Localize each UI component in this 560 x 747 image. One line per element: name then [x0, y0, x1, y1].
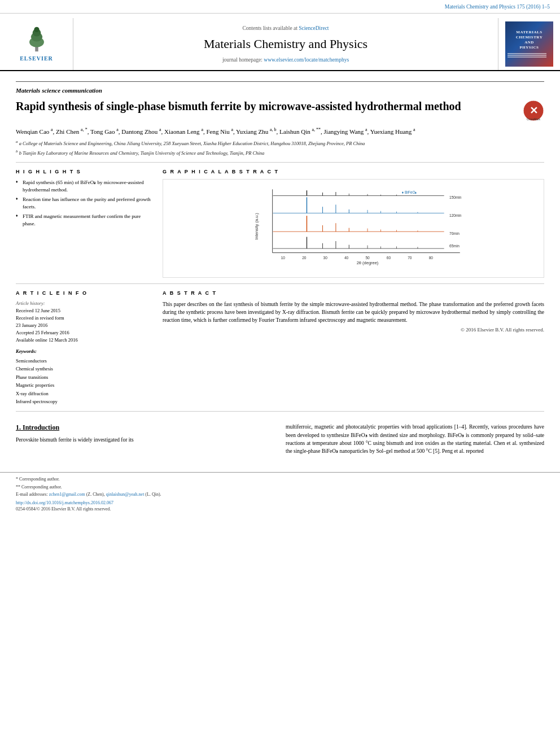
svg-text:10: 10 [281, 256, 286, 260]
received-date: Received 12 June 2015 [16, 308, 151, 314]
keyword-6: Infrared spectroscopy [16, 397, 151, 405]
highlights-list: Rapid synthesis (65 min) of BiFeO₃ by mi… [16, 179, 151, 228]
article-content: Materials science communication Rapid sy… [0, 71, 560, 455]
highlight-item-3: FTIR and magnetic measurement further co… [16, 213, 151, 227]
footer-corresponding-1: * Corresponding author. [16, 476, 544, 482]
cover-text: MATERIALSCHEMISTRYANDPHYSICS [516, 30, 542, 50]
email-link-qin[interactable]: qinlaishun@yeah.net [106, 492, 145, 497]
abstract-heading: A B S T R A C T [163, 290, 544, 297]
revised-date: 23 January 2016 [16, 322, 151, 329]
svg-text:Intensity (a.u.): Intensity (a.u.) [254, 213, 259, 240]
highlights-abstract-section: H I G H L I G H T S Rapid synthesis (65 … [16, 168, 544, 278]
homepage-link[interactable]: www.elsevier.com/locate/matchemphys [264, 57, 349, 63]
abstract-col: A B S T R A C T This paper describes on … [163, 290, 544, 405]
crossmark-icon: ✕ CrossMark [523, 100, 544, 121]
keyword-3: Phase transitions [16, 373, 151, 381]
affiliation-b: b b Tianjin Key Laboratory of Marine Res… [16, 149, 544, 157]
highlight-item-1: Rapid synthesis (65 min) of BiFeO₃ by mi… [16, 179, 151, 193]
title-row: Rapid synthesis of single-phase bismuth … [16, 99, 544, 121]
intro-heading: 1. Introduction [16, 423, 274, 433]
journal-cover-area: MATERIALSCHEMISTRYANDPHYSICS [498, 18, 560, 70]
article-info-col: A R T I C L E I N F O Article history: R… [16, 290, 151, 405]
intro-text-left: Perovskite bismuth ferrite is widely inv… [16, 436, 274, 444]
elsevier-logo: ELSEVIER [20, 25, 54, 63]
article-type: Materials science communication [16, 86, 544, 95]
divider-top [16, 81, 544, 82]
svg-text:✕: ✕ [530, 105, 538, 116]
journal-cover-image: MATERIALSCHEMISTRYANDPHYSICS [505, 21, 553, 67]
svg-text:♦ BiFeO₃: ♦ BiFeO₃ [402, 190, 417, 194]
footer-corresponding-2: ** Corresponding author. [16, 484, 544, 490]
keyword-4: Magnetic properties [16, 381, 151, 389]
article-title: Rapid synthesis of single-phase bismuth … [16, 99, 523, 113]
elsevier-tree-icon [20, 25, 54, 53]
divider-after-affiliations [16, 162, 544, 163]
footer-email: E-mail addresses: zchen1@gmail.com (Z. C… [16, 491, 544, 497]
svg-point-4 [34, 27, 39, 32]
intro-right-col: multiferroic, magnetic and photocatalyti… [286, 423, 544, 455]
svg-text:70min: 70min [449, 231, 460, 235]
keywords-label: Keywords: [16, 348, 151, 355]
journal-title-area: Contents lists available at ScienceDirec… [73, 18, 498, 70]
svg-text:80: 80 [429, 256, 434, 260]
article-info-heading: A R T I C L E I N F O [16, 290, 151, 297]
page-footer: * Corresponding author. ** Corresponding… [0, 472, 560, 517]
svg-text:40: 40 [344, 256, 349, 260]
footer-doi: http://dx.doi.org/10.1016/j.matchemphys.… [16, 500, 544, 506]
svg-text:2θ (degree): 2θ (degree) [357, 260, 379, 265]
elsevier-logo-area: ELSEVIER [0, 18, 73, 70]
svg-text:65min: 65min [449, 244, 460, 248]
accepted-date: Accepted 25 February 2016 [16, 330, 151, 337]
divider-mid [16, 283, 544, 284]
email-link-zchen[interactable]: zchen1@gmail.com [49, 492, 85, 497]
graphical-abstract-heading: G R A P H I C A L A B S T R A C T [163, 168, 544, 176]
keyword-2: Chemical synthesis [16, 365, 151, 373]
journal-banner: ELSEVIER Contents lists available at Sci… [0, 14, 560, 71]
abstract-copyright: © 2016 Elsevier B.V. All rights reserved… [163, 326, 544, 334]
xrd-chart: Intensity (a.u.) 10 20 30 40 50 60 70 80 [163, 179, 544, 278]
keyword-5: X-ray diffraction [16, 390, 151, 397]
authors-line: Wenqian Cao a, Zhi Chen a, *, Tong Gao a… [16, 127, 544, 137]
journal-citation: Materials Chemistry and Physics 175 (201… [445, 4, 550, 10]
info-abstract-section: A R T I C L E I N F O Article history: R… [16, 290, 544, 405]
highlights-col: H I G H L I G H T S Rapid synthesis (65 … [16, 168, 151, 278]
xrd-chart-svg: Intensity (a.u.) 10 20 30 40 50 60 70 80 [180, 184, 539, 266]
author-wenqian-cao: Wenqian Cao a, Zhi Chen a, *, Tong Gao a… [16, 128, 415, 135]
affiliation-a: a a College of Materials Science and Eng… [16, 139, 544, 147]
doi-link[interactable]: http://dx.doi.org/10.1016/j.matchemphys.… [16, 500, 113, 505]
available-date: Available online 12 March 2016 [16, 337, 151, 344]
cover-lines [508, 53, 551, 58]
revised-label: Received in revised form [16, 315, 151, 322]
elsevier-label: ELSEVIER [20, 55, 53, 63]
keyword-1: Semiconductors [16, 357, 151, 365]
svg-text:30: 30 [323, 256, 328, 260]
homepage-line: journal homepage: www.elsevier.com/locat… [222, 56, 349, 64]
svg-text:50: 50 [365, 256, 370, 260]
svg-text:20: 20 [302, 256, 307, 260]
keywords-list: Semiconductors Chemical synthesis Phase … [16, 357, 151, 406]
svg-text:120min: 120min [449, 213, 462, 217]
intro-left-col: 1. Introduction Perovskite bismuth ferri… [16, 423, 274, 455]
divider-bottom [16, 411, 544, 412]
abstract-text: This paper describes on the fast synthes… [163, 300, 544, 325]
highlight-item-2: Reaction time has influence on the purit… [16, 196, 151, 210]
journal-top-header: Materials Chemistry and Physics 175 (201… [0, 0, 560, 14]
introduction-section: 1. Introduction Perovskite bismuth ferri… [16, 423, 544, 455]
history-label: Article history: [16, 300, 151, 307]
footer-issn: 0254-0584/© 2016 Elsevier B.V. All right… [16, 506, 544, 512]
highlights-heading: H I G H L I G H T S [16, 168, 151, 176]
svg-text:60: 60 [387, 256, 391, 260]
page: Materials Chemistry and Physics 175 (201… [0, 0, 560, 747]
graphical-abstract-col: G R A P H I C A L A B S T R A C T Intens… [163, 168, 544, 278]
sciencedirect-link[interactable]: ScienceDirect [299, 25, 329, 31]
sciencedirect-line: Contents lists available at ScienceDirec… [242, 25, 329, 32]
journal-title: Materials Chemistry and Physics [204, 36, 368, 53]
svg-text:CrossMark: CrossMark [527, 117, 541, 121]
svg-text:150min: 150min [449, 195, 462, 199]
svg-text:70: 70 [408, 256, 412, 260]
intro-text-right: multiferroic, magnetic and photocatalyti… [286, 423, 544, 455]
